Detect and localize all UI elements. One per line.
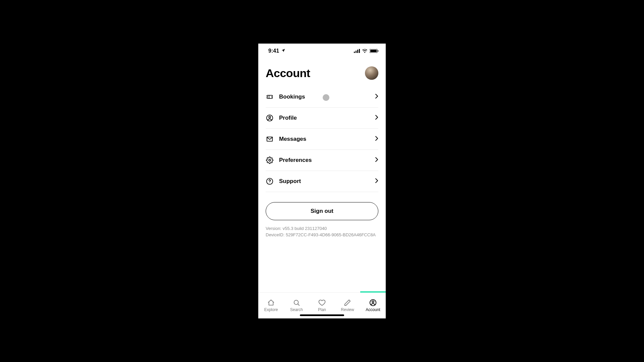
person-circle-icon — [369, 299, 377, 306]
chevron-right-icon — [375, 157, 378, 164]
cellular-icon — [354, 49, 360, 53]
tab-label: Review — [341, 307, 354, 312]
svg-rect-3 — [359, 49, 360, 53]
chevron-right-icon — [375, 178, 378, 185]
device-id-text: DeviceID: 529F72CC-F493-4D66-9065-BD26A4… — [266, 232, 378, 238]
pencil-icon — [344, 299, 351, 306]
tab-bar: Explore Search Plan Review Account — [258, 292, 386, 318]
menu-item-label: Messages — [279, 136, 375, 142]
tab-label: Plan — [318, 307, 326, 312]
svg-rect-1 — [356, 51, 357, 53]
svg-rect-5 — [370, 50, 377, 52]
svg-rect-6 — [378, 50, 378, 52]
touch-indicator-dot — [323, 94, 329, 101]
menu-item-label: Support — [279, 178, 375, 185]
ticket-icon — [266, 93, 274, 101]
signout-section: Sign out — [258, 192, 386, 225]
phone-frame: 9:41 — [258, 44, 386, 318]
chevron-right-icon — [375, 115, 378, 121]
tab-label: Search — [290, 307, 303, 312]
menu-item-label: Profile — [279, 115, 375, 121]
tab-explore[interactable]: Explore — [258, 293, 284, 318]
tab-account[interactable]: Account — [360, 293, 386, 318]
status-bar: 9:41 — [258, 44, 386, 58]
tab-label: Account — [366, 307, 380, 312]
battery-icon — [370, 49, 378, 53]
signout-button[interactable]: Sign out — [266, 202, 378, 220]
menu-item-profile[interactable]: Profile — [266, 108, 378, 129]
menu-item-messages[interactable]: Messages — [266, 129, 378, 150]
app-meta: Version: v55.3 build 231127040 DeviceID:… — [258, 225, 386, 239]
svg-point-12 — [269, 183, 270, 183]
menu-item-label: Preferences — [279, 157, 375, 164]
status-time: 9:41 — [268, 48, 279, 54]
account-menu: Bookings Profile Messages — [258, 84, 386, 192]
gear-icon — [266, 156, 274, 164]
page-title: Account — [266, 67, 310, 80]
home-icon — [267, 299, 275, 306]
location-arrow-icon — [281, 48, 285, 54]
help-circle-icon — [266, 177, 274, 185]
menu-item-support[interactable]: Support — [266, 171, 378, 192]
tab-accent-bar — [360, 291, 386, 293]
version-text: Version: v55.3 build 231127040 — [266, 226, 378, 232]
status-left: 9:41 — [268, 48, 285, 54]
svg-rect-0 — [354, 52, 355, 53]
svg-point-8 — [269, 116, 271, 118]
menu-item-preferences[interactable]: Preferences — [266, 150, 378, 171]
svg-point-10 — [269, 159, 271, 161]
menu-item-bookings[interactable]: Bookings — [266, 86, 378, 108]
page-header: Account — [258, 58, 386, 84]
avatar[interactable] — [365, 66, 378, 80]
chevron-right-icon — [375, 94, 378, 100]
person-circle-icon — [266, 114, 274, 122]
status-right — [354, 49, 378, 53]
wifi-icon — [362, 49, 368, 53]
search-icon — [293, 299, 300, 306]
envelope-icon — [266, 135, 274, 143]
svg-rect-2 — [357, 50, 358, 53]
svg-point-15 — [372, 301, 374, 303]
home-indicator — [300, 314, 344, 316]
tab-label: Explore — [264, 307, 278, 312]
chevron-right-icon — [375, 136, 378, 142]
heart-icon — [318, 299, 326, 306]
